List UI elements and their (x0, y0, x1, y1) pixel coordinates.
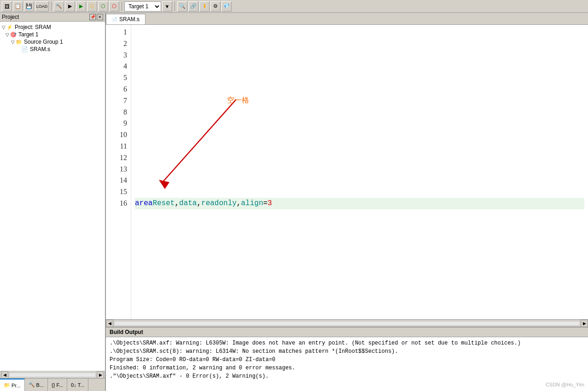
tab-templates-icon: 0↓ (71, 382, 76, 388)
toolbar-btn-6[interactable]: ▶ (65, 1, 75, 12)
line-num-14: 14 (106, 175, 127, 186)
tab-file-icon: 📄 (112, 17, 117, 22)
code-line-6 (135, 84, 584, 95)
project-panel-pin[interactable]: 📌 (89, 14, 96, 20)
output-line-5: ."\Objects\SRAM.axf" - 0 Error(s), 2 War… (110, 372, 584, 380)
code-line-8 (135, 107, 584, 118)
main-area: Project 📌 ✕ ▽ ⚡ Project: SRAM ▽ 🎯 Target… (0, 13, 588, 391)
tab-project[interactable]: 📁 Pr... (0, 379, 25, 391)
line-num-1: 1 (106, 27, 127, 38)
project-panel-close[interactable]: ✕ (97, 14, 103, 20)
target-name: Target 1 (18, 31, 38, 38)
tab-templates[interactable]: 0↓ T... (67, 379, 88, 391)
line-numbers: 1 2 3 4 5 6 7 8 9 10 11 12 13 14 15 16 (106, 25, 131, 319)
toolbar-search-btn[interactable]: 🔍 (177, 1, 187, 12)
project-panel-title: Project (2, 14, 19, 20)
scroll-track[interactable] (9, 373, 96, 377)
output-line-4: Finished: 0 information, 2 warning and 0… (110, 364, 584, 372)
code-line-2 (135, 38, 584, 50)
output-line-3: Program Size: Code=0 RO-data=0 RW-data=0… (110, 356, 584, 364)
code-line-5 (135, 72, 584, 84)
code-identifier-align: align (241, 198, 263, 209)
project-vscroll: ◀ ▶ (0, 371, 105, 378)
tree-item-target[interactable]: ▽ 🎯 Target 1 (0, 31, 105, 38)
project-tree: ▽ ⚡ Project: SRAM ▽ 🎯 Target 1 ▽ 📁 Sourc… (0, 22, 105, 371)
hscroll-left-btn[interactable]: ◀ (106, 320, 113, 327)
code-line-13: 空一格 (135, 164, 584, 175)
line-num-6: 6 (106, 84, 127, 95)
code-line-4 (135, 61, 584, 72)
expand-icon-project: ▽ (2, 25, 6, 30)
tab-functions[interactable]: {} F... (48, 379, 67, 391)
code-line-7 (135, 95, 584, 107)
expand-icon-source-group: ▽ (11, 40, 15, 45)
code-line-15 (135, 186, 584, 198)
scroll-up-btn[interactable]: ◀ (1, 371, 8, 379)
editor-tabs: 📄 SRAM.s (106, 13, 588, 25)
toolbar-btn-10[interactable]: ⬡ (109, 1, 119, 12)
tab-project-icon: 📁 (4, 382, 10, 388)
target-select[interactable]: Target 1 (124, 1, 161, 12)
tab-project-label: Pr... (12, 383, 21, 388)
tab-build-label: B... (36, 382, 44, 388)
toolbar-dl-btn[interactable]: ⬇ (199, 1, 210, 12)
project-panel-controls: 📌 ✕ (89, 14, 103, 20)
project-panel: Project 📌 ✕ ▽ ⚡ Project: SRAM ▽ 🎯 Target… (0, 13, 106, 391)
line-num-9: 9 (106, 118, 127, 129)
code-identifier-readonly: readonly (201, 198, 237, 209)
folder-icon: 📁 (16, 39, 22, 45)
toolbar-btn-2[interactable]: 📋 (13, 1, 23, 12)
code-comma-1: , (175, 198, 179, 209)
hscroll-track[interactable] (114, 321, 580, 326)
line-num-4: 4 (106, 61, 127, 72)
code-line-3 (135, 50, 584, 61)
toolbar-btn-9[interactable]: ⬡ (98, 1, 108, 12)
toolbar-btn-3[interactable]: 💾 (24, 1, 34, 12)
hscroll-right-btn[interactable]: ▶ (581, 320, 588, 327)
tab-templates-label: T... (78, 382, 85, 388)
output-header: Build Output (106, 328, 588, 337)
annotation-text: 空一格 (227, 95, 249, 106)
toolbar-link-btn[interactable]: 🔗 (188, 1, 198, 12)
target-dropdown-btn[interactable]: ▼ (162, 1, 172, 12)
toolbar-settings-btn[interactable]: ⚙ (210, 1, 221, 12)
code-line-12 (135, 152, 584, 164)
output-area: Build Output .\Objects\SRAM.axf: Warning… (106, 327, 588, 391)
line-num-8: 8 (106, 107, 127, 118)
line-num-11: 11 (106, 141, 127, 152)
tree-item-file[interactable]: ▶ 📄 SRAM.s (0, 46, 105, 53)
expand-icon-target: ▽ (6, 32, 9, 37)
code-value-3: 3 (268, 198, 272, 209)
editor-content[interactable]: 1 2 3 4 5 6 7 8 9 10 11 12 13 14 15 16 (106, 25, 588, 319)
toolbar: 🖼 📋 💾 LOAD 🔨 ▶ ▶ ⬡ ⬡ ⬡ Target 1 ▼ 🔍 🔗 ⬇ … (0, 0, 588, 13)
output-content: .\Objects\SRAM.axf: Warning: L6305W: Ima… (106, 337, 588, 391)
code-equals: = (263, 198, 268, 209)
tree-item-project[interactable]: ▽ ⚡ Project: SRAM (0, 23, 105, 31)
output-line-1: .\Objects\SRAM.axf: Warning: L6305W: Ima… (110, 339, 584, 347)
toolbar-run-btn[interactable]: 💎 (221, 1, 232, 12)
code-identifier-data: data (179, 198, 197, 209)
toolbar-btn-5[interactable]: 🔨 (54, 1, 64, 12)
code-line-1 (135, 27, 584, 38)
panel-bottom-tabs: 📁 Pr... 🔨 B... {} F... 0↓ T... (0, 378, 105, 391)
code-keyword-area: area (135, 198, 152, 209)
tree-item-source-group[interactable]: ▽ 📁 Source Group 1 (0, 38, 105, 46)
toolbar-btn-8[interactable]: ⬡ (87, 1, 97, 12)
toolbar-separator-2 (122, 2, 122, 11)
project-panel-header: Project 📌 ✕ (0, 13, 105, 22)
line-num-5: 5 (106, 72, 127, 84)
toolbar-btn-7[interactable]: ▶ (76, 1, 86, 12)
line-num-3: 3 (106, 50, 127, 61)
toolbar-btn-1[interactable]: 🖼 (2, 1, 12, 12)
code-area[interactable]: 空一格 area Reset , data , readonly , align… (131, 25, 588, 319)
code-line-11 (135, 141, 584, 152)
target-icon: 🎯 (10, 32, 17, 38)
file-icon: 📄 (21, 46, 28, 52)
toolbar-btn-4[interactable]: LOAD (35, 1, 49, 12)
line-num-10: 10 (106, 129, 127, 141)
line-num-13: 13 (106, 164, 127, 175)
editor-tab-sram[interactable]: 📄 SRAM.s (106, 14, 146, 24)
scroll-down-btn[interactable]: ▶ (97, 371, 104, 379)
editor-area: 📄 SRAM.s 1 2 3 4 5 6 7 8 9 10 11 12 13 1… (106, 13, 588, 391)
tab-build[interactable]: 🔨 B... (25, 379, 48, 391)
